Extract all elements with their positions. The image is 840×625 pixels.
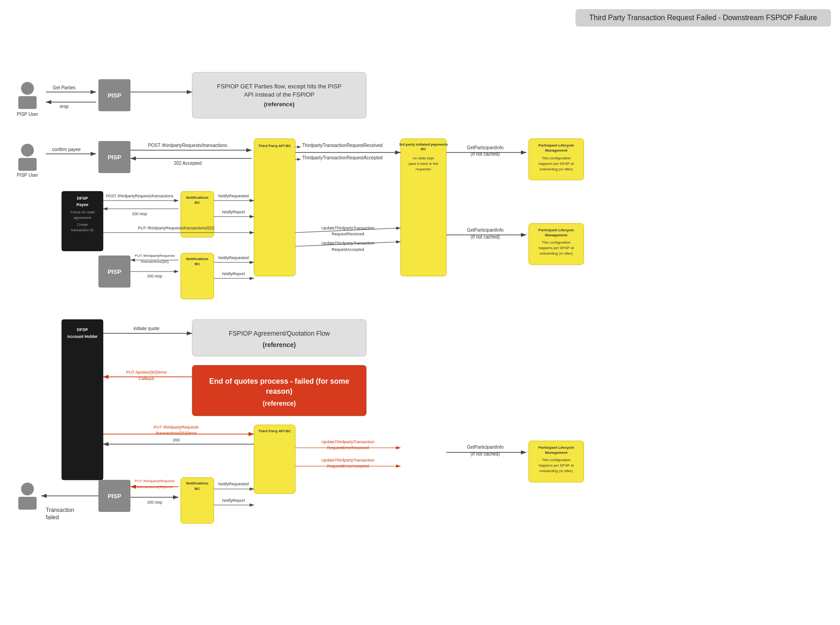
diagram-svg: PISP User Get Parties resp PISP FSPIOP G…: [9, 49, 833, 625]
payee-label: Payee: [76, 202, 88, 207]
svg-point-6: [21, 144, 34, 157]
quotes-error-label1: PUT /quotes/{ID}/error: [126, 370, 167, 375]
plm-2-title2: Management: [545, 233, 568, 237]
section1-line1: FSPIOP GET Parties flow, except hits the…: [217, 83, 341, 90]
notif-bc-2-label: Notifications: [186, 257, 209, 261]
plm-3-text3: onboarding (or after): [540, 469, 573, 473]
confirm-payee-label: confirm payee: [52, 147, 81, 152]
plm-1-text1: This configuration: [542, 156, 570, 160]
plm-3-text1: This configuration: [542, 458, 570, 462]
notif-bc-1-label2: BC: [195, 201, 200, 205]
account-holder-label: Account Holder: [67, 334, 98, 339]
plm-2-title: Participant Lifecycle: [538, 228, 574, 232]
notify-requested-1-label: NotifyRequested: [218, 194, 249, 198]
get-participant-info-2: GetParticipantInfo: [467, 228, 504, 233]
svg-rect-7: [18, 158, 37, 171]
diagram-area: PISP User Get Parties resp PISP FSPIOP G…: [9, 49, 833, 625]
200-error-label: 200: [173, 438, 179, 442]
plm-3-title2: Management: [545, 451, 568, 455]
pisp-user-1: PISP User: [17, 82, 38, 117]
page-title: Third Party Transaction Request Failed -…: [575, 9, 831, 27]
pisp-user-2: PISP User: [17, 144, 38, 178]
plm-1-title2: Management: [545, 148, 568, 152]
plm-2-text3: onboarding (or after): [540, 251, 573, 255]
end-quotes-label1: End of quotes process - failed (for some: [209, 377, 349, 385]
update-tp-tx-received-label2: RequestReceived: [331, 232, 364, 236]
section2-line1: FSPIOP Agreement/Quotation Flow: [229, 330, 331, 337]
dfsp-post-label: POST /thirdpartyRequests/transactions: [106, 194, 173, 198]
put-pisp-error-label1: PUT /thirdpartyRequests: [135, 479, 174, 483]
if-not-cached-1: (If not cached): [471, 152, 500, 157]
plm-3-text2: happens per DFSP at: [539, 463, 574, 467]
section1-line2: API instead of the FSPIOP: [244, 91, 314, 98]
update-error-accepted-label1: UpdateThirdpartyTransaction: [321, 458, 374, 462]
put-tx-error-label1: PUT /thirdpartyRequests: [154, 425, 199, 429]
notify-requested-2-label: NotifyRequested: [218, 255, 249, 260]
update-error-received-label1: UpdateThirdpartyTransaction: [321, 440, 374, 444]
agreement-label: agreement: [74, 216, 92, 220]
notify-report-1-label: NotifyReport: [222, 210, 245, 214]
plm-1-text2: happens per DFSP at: [539, 162, 574, 166]
pisp-error-200-label: 200 resp: [147, 500, 162, 505]
dfsp-account-label: DFSP: [77, 327, 88, 332]
requester-label: requester: [416, 167, 431, 171]
update-tp-tx-received-label: UpdateThirdpartyTransaction: [321, 226, 374, 230]
resp-label-1: resp: [60, 104, 69, 109]
if-not-cached-3: (If not cached): [471, 451, 500, 457]
plm-2-text2: happens per DFSP at: [539, 246, 574, 250]
pisp-label-1: PISP: [108, 92, 121, 99]
pisp-label-4: PISP: [108, 493, 121, 500]
202-accepted-label: 202 Accepted: [174, 161, 202, 166]
tp-req-received: ThirdpartyTransactionRequestReceived: [302, 143, 383, 148]
notif-bc-1-label: Notifications: [186, 196, 209, 200]
dfsp-account-holder-box: [62, 320, 103, 480]
dfsp-payee-label: DFSP: [77, 196, 88, 201]
3rd-party-label-bc: BC: [421, 147, 426, 151]
update-error-accepted-label2: RequestErrorAccepted: [327, 464, 369, 468]
put-pisp-error-label2: /transactions/{ID}/error: [136, 485, 173, 489]
pisp-label-3: PISP: [108, 268, 121, 275]
update-tp-tx-accepted-label2: RequestAccepted: [331, 247, 364, 252]
post-transactions-label: POST /thirdpartyRequests/transactions: [148, 143, 227, 148]
tp-api-label-1: Third Party API BC: [258, 144, 291, 148]
svg-text:PISP User: PISP User: [17, 112, 38, 117]
put-pisp-label1: PUT /thirdpartyRequests: [135, 254, 174, 258]
plm-3-title: Participant Lifecycle: [538, 446, 574, 450]
notify-requested-3-label: NotifyRequested: [218, 482, 249, 486]
get-participant-info-1: GetParticipantInfo: [467, 145, 504, 150]
svg-point-3: [21, 82, 34, 95]
check-agreement: Check for valid: [70, 210, 95, 214]
initiate-quote-label: initiate quote: [134, 326, 160, 331]
pisp-user-3: [18, 483, 37, 510]
get-parties-label: Get Parties: [53, 85, 76, 90]
plm-1-title: Participant Lifecycle: [538, 143, 574, 147]
svg-point-9: [21, 483, 34, 495]
end-quotes-reference: (reference): [263, 400, 296, 407]
third-party-api-bc-1: [254, 139, 295, 276]
notif-bc-3-label2: BC: [195, 487, 200, 491]
transaction-id-label: transaction ID: [71, 228, 94, 232]
svg-text:PISP User: PISP User: [17, 173, 38, 178]
update-tp-tx-accepted-label: UpdateThirdpartyTransaction: [321, 241, 374, 245]
if-not-cached-2: (If not cached): [471, 234, 500, 239]
pisp-200-label: 200 resp: [147, 274, 162, 278]
tx-failed-label-line2: failed: [46, 514, 59, 521]
plm-2-text1: This configuration: [542, 240, 570, 245]
section1-line3: (reference): [264, 101, 294, 108]
section2-line2: (reference): [263, 341, 296, 348]
section2-box: [192, 320, 366, 356]
put-pisp-label2: /transactions/{ID}: [141, 260, 169, 264]
3rd-party-label: 3rd party initiated payments: [399, 142, 448, 147]
notify-report-3-label: NotifyReport: [222, 498, 245, 503]
quotes-error-label2: Callback: [139, 376, 155, 381]
notify-report-2-label: NotifyReport: [222, 272, 245, 276]
page-container: Third Party Transaction Request Failed -…: [0, 0, 840, 625]
dfsp-200-label: 200 resp: [132, 212, 147, 216]
notif-bc-3-label: Notifications: [186, 481, 209, 485]
pass-back-label: pass it back to the: [409, 162, 439, 166]
update-error-received-label2: RequestErrorReceived: [327, 446, 369, 450]
tp-api-label-2: Third Party API BC: [258, 429, 291, 433]
third-party-api-bc-2: [254, 425, 295, 494]
tp-req-accepted: ThirdpartyTransactionRequestAccepted: [302, 155, 383, 160]
plm-1-text3: onboarding (or after): [540, 167, 573, 171]
